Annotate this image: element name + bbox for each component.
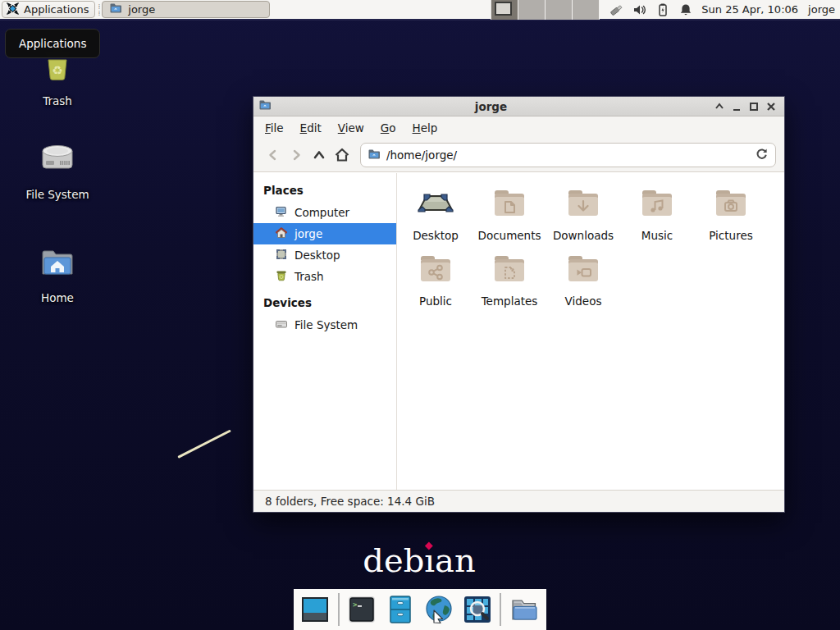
desktop-icon-label: Home bbox=[41, 291, 74, 304]
toolbar: /home/jorge/ bbox=[253, 139, 784, 172]
battery-charging-icon[interactable] bbox=[655, 2, 670, 17]
folder-item-public[interactable]: Public bbox=[399, 249, 472, 308]
drive-small-icon bbox=[275, 317, 288, 333]
folder-item-videos[interactable]: Videos bbox=[546, 249, 620, 308]
maximize-button[interactable] bbox=[745, 99, 762, 114]
sidebar-item-trash[interactable]: Trash bbox=[253, 266, 396, 287]
home-folder-icon bbox=[37, 243, 78, 286]
sidebar-item-label: File System bbox=[294, 318, 358, 331]
window-body: Places Computer bbox=[253, 173, 784, 490]
computer-icon bbox=[275, 205, 288, 221]
back-button[interactable] bbox=[262, 144, 285, 167]
xfce-applications-icon bbox=[6, 2, 20, 18]
desktop-icon-file-system[interactable]: File System bbox=[15, 139, 100, 201]
web-browser-button[interactable] bbox=[422, 592, 454, 627]
reload-button[interactable] bbox=[755, 147, 769, 163]
folder-label: Documents bbox=[478, 229, 541, 242]
panel-clock[interactable]: Sun 25 Apr, 10:06 bbox=[701, 3, 798, 16]
minimize-button[interactable] bbox=[728, 99, 745, 114]
home-icon bbox=[275, 226, 288, 242]
close-button[interactable] bbox=[762, 99, 779, 114]
applications-menu-label: Applications bbox=[24, 3, 89, 16]
path-bar[interactable]: /home/jorge/ bbox=[360, 143, 776, 167]
menu-go[interactable]: Go bbox=[372, 118, 404, 138]
workspace-4[interactable] bbox=[573, 0, 600, 20]
panel-username[interactable]: jorge bbox=[808, 3, 835, 16]
application-finder-button[interactable] bbox=[461, 592, 493, 627]
path-folder-icon bbox=[368, 148, 381, 163]
folder-label: Templates bbox=[482, 294, 538, 308]
file-manager-window: jorge File Edit View Go Help bbox=[253, 96, 785, 513]
bottom-dock: > bbox=[294, 589, 546, 630]
sidebar: Places Computer bbox=[253, 173, 397, 490]
desktop-icon-label: File System bbox=[25, 188, 89, 201]
menu-help[interactable]: Help bbox=[404, 118, 446, 138]
stray-line-artifact bbox=[177, 429, 231, 458]
file-cabinet-button[interactable] bbox=[385, 592, 417, 627]
desktop-surface-icon bbox=[416, 183, 455, 225]
taskbar-window-button[interactable]: jorge bbox=[102, 1, 270, 18]
applications-tooltip: Applications bbox=[5, 29, 100, 58]
desktop-icon bbox=[275, 248, 288, 263]
sidebar-item-label: Desktop bbox=[294, 249, 340, 262]
directory-menu-button[interactable] bbox=[508, 592, 541, 627]
workspace-2[interactable] bbox=[518, 0, 546, 20]
folder-item-templates[interactable]: Templates bbox=[472, 249, 546, 308]
volume-icon[interactable] bbox=[632, 2, 647, 17]
desktop-icon-label: Trash bbox=[43, 94, 72, 107]
applications-menu-button[interactable]: Applications bbox=[2, 1, 95, 18]
home-button[interactable] bbox=[331, 144, 354, 167]
up-button[interactable] bbox=[308, 144, 331, 167]
path-input[interactable]: /home/jorge/ bbox=[386, 148, 755, 162]
tooltip-text: Applications bbox=[19, 37, 86, 50]
folder-label: Music bbox=[641, 229, 673, 242]
workspace-pager bbox=[491, 0, 600, 20]
show-desktop-button[interactable] bbox=[299, 592, 331, 627]
menu-file[interactable]: File bbox=[257, 118, 292, 138]
desktop-icon-home[interactable]: Home bbox=[15, 243, 100, 304]
workspace-1[interactable] bbox=[491, 0, 518, 20]
folder-label: Pictures bbox=[709, 229, 752, 242]
desktop: Applications ⁞⁞ jorge bbox=[0, 0, 840, 630]
sidebar-header-places: Places bbox=[253, 180, 396, 202]
file-list-view[interactable]: Desktop Documents bbox=[397, 173, 784, 490]
folder-videos-icon bbox=[564, 249, 603, 290]
icon-grid: Desktop Documents bbox=[397, 173, 784, 314]
forward-button[interactable] bbox=[285, 144, 308, 167]
folder-label: Downloads bbox=[553, 229, 614, 242]
debian-logo-text: deb bbox=[363, 541, 424, 579]
debian-logo-text: an bbox=[435, 541, 476, 579]
sidebar-item-jorge[interactable]: jorge bbox=[253, 223, 396, 244]
dock-separator bbox=[338, 593, 340, 626]
sidebar-item-label: Trash bbox=[294, 270, 324, 283]
sidebar-item-file-system[interactable]: File System bbox=[253, 314, 396, 336]
menu-view[interactable]: View bbox=[330, 118, 372, 138]
folder-item-downloads[interactable]: Downloads bbox=[546, 183, 620, 242]
folder-label: Public bbox=[419, 294, 452, 308]
panel-handle[interactable]: ⁞⁞ bbox=[98, 3, 99, 16]
taskbar-window-label: jorge bbox=[128, 3, 155, 16]
statusbar: 8 folders, Free space: 14.4 GiB bbox=[253, 490, 784, 512]
folder-window-icon bbox=[109, 2, 122, 17]
folder-item-desktop[interactable]: Desktop bbox=[399, 183, 472, 242]
terminal-button[interactable]: > bbox=[346, 592, 378, 627]
folder-documents-icon bbox=[490, 183, 529, 225]
notifications-bell-icon[interactable] bbox=[678, 2, 693, 17]
debian-logo-i: ı bbox=[424, 541, 435, 579]
titlebar[interactable]: jorge bbox=[253, 97, 784, 116]
sidebar-item-computer[interactable]: Computer bbox=[253, 202, 396, 223]
svg-text:♻: ♻ bbox=[52, 63, 62, 78]
sidebar-item-label: jorge bbox=[294, 227, 322, 240]
top-panel: Applications ⁞⁞ jorge bbox=[0, 0, 840, 21]
sidebar-item-desktop[interactable]: Desktop bbox=[253, 244, 396, 266]
folder-templates-icon bbox=[490, 249, 529, 290]
removable-media-icon[interactable] bbox=[609, 2, 624, 17]
folder-pictures-icon bbox=[711, 183, 751, 225]
shade-button[interactable] bbox=[710, 99, 728, 114]
workspace-3[interactable] bbox=[546, 0, 573, 20]
folder-item-music[interactable]: Music bbox=[620, 183, 694, 242]
folder-item-documents[interactable]: Documents bbox=[472, 183, 546, 242]
folder-downloads-icon bbox=[564, 183, 603, 225]
folder-item-pictures[interactable]: Pictures bbox=[694, 183, 768, 242]
menu-edit[interactable]: Edit bbox=[292, 118, 330, 138]
